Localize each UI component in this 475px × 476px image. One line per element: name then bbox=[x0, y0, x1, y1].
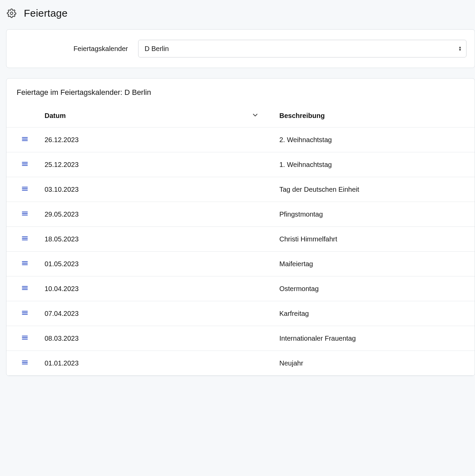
table-row: 03.10.2023 Tag der Deutschen Einheit bbox=[6, 177, 475, 202]
drag-handle-icon[interactable] bbox=[21, 309, 29, 317]
cell-date: 07.04.2023 bbox=[45, 301, 279, 326]
cell-date: 03.10.2023 bbox=[45, 177, 279, 202]
cell-date: 26.12.2023 bbox=[45, 128, 279, 152]
column-header-date-label: Datum bbox=[45, 112, 66, 119]
column-header-description-label: Beschreibung bbox=[279, 112, 325, 119]
table-row: 26.12.2023 2. Weihnachtstag bbox=[6, 128, 475, 152]
gear-icon bbox=[7, 8, 16, 18]
svg-point-0 bbox=[10, 12, 13, 14]
chevron-down-icon bbox=[251, 111, 259, 120]
table-row: 07.04.2023 Karfreitag bbox=[6, 301, 475, 326]
cell-date: 29.05.2023 bbox=[45, 202, 279, 227]
table-row: 01.01.2023 Neujahr bbox=[6, 351, 475, 376]
cell-description: Karfreitag bbox=[279, 301, 475, 326]
cell-date: 18.05.2023 bbox=[45, 227, 279, 252]
list-panel: Feiertage im Feiertagskalender: D Berlin… bbox=[6, 78, 475, 376]
table-row: 18.05.2023 Christi Himmelfahrt bbox=[6, 227, 475, 252]
cell-date: 08.03.2023 bbox=[45, 326, 279, 351]
cell-date: 01.05.2023 bbox=[45, 252, 279, 276]
cell-description: 1. Weihnachtstag bbox=[279, 152, 475, 177]
cell-date: 01.01.2023 bbox=[45, 351, 279, 376]
table-row: 01.05.2023 Maifeiertag bbox=[6, 252, 475, 276]
calendar-select[interactable]: D Berlin bbox=[138, 40, 466, 57]
cell-date: 10.04.2023 bbox=[45, 276, 279, 301]
drag-handle-icon[interactable] bbox=[21, 234, 29, 242]
list-title: Feiertage im Feiertagskalender: D Berlin bbox=[6, 79, 475, 104]
holidays-table: Datum Beschreibung 26.12.2023 2. Weihnac… bbox=[6, 104, 475, 376]
drag-handle-icon[interactable] bbox=[21, 209, 29, 218]
drag-handle-icon[interactable] bbox=[21, 160, 29, 168]
cell-description: Internationaler Frauentag bbox=[279, 326, 475, 351]
drag-handle-icon[interactable] bbox=[21, 259, 29, 267]
page-header: Feiertage bbox=[6, 6, 475, 29]
cell-description: 2. Weihnachtstag bbox=[279, 128, 475, 152]
drag-handle-icon[interactable] bbox=[21, 358, 29, 367]
column-header-handle bbox=[6, 104, 45, 128]
filter-panel: Feiertagskalender D Berlin ▲ ▼ bbox=[6, 29, 475, 68]
drag-handle-icon[interactable] bbox=[21, 284, 29, 292]
table-row: 25.12.2023 1. Weihnachtstag bbox=[6, 152, 475, 177]
cell-description: Christi Himmelfahrt bbox=[279, 227, 475, 252]
page-title: Feiertage bbox=[24, 7, 68, 19]
filter-label: Feiertagskalender bbox=[6, 45, 128, 53]
cell-date: 25.12.2023 bbox=[45, 152, 279, 177]
table-row: 29.05.2023 Pfingstmontag bbox=[6, 202, 475, 227]
column-header-description[interactable]: Beschreibung bbox=[279, 104, 475, 128]
table-row: 08.03.2023 Internationaler Frauentag bbox=[6, 326, 475, 351]
table-row: 10.04.2023 Ostermontag bbox=[6, 276, 475, 301]
drag-handle-icon[interactable] bbox=[21, 334, 29, 342]
drag-handle-icon[interactable] bbox=[21, 185, 29, 193]
cell-description: Neujahr bbox=[279, 351, 475, 376]
cell-description: Maifeiertag bbox=[279, 252, 475, 276]
drag-handle-icon[interactable] bbox=[21, 135, 29, 143]
column-header-date[interactable]: Datum bbox=[45, 104, 279, 128]
cell-description: Pfingstmontag bbox=[279, 202, 475, 227]
cell-description: Ostermontag bbox=[279, 276, 475, 301]
cell-description: Tag der Deutschen Einheit bbox=[279, 177, 475, 202]
